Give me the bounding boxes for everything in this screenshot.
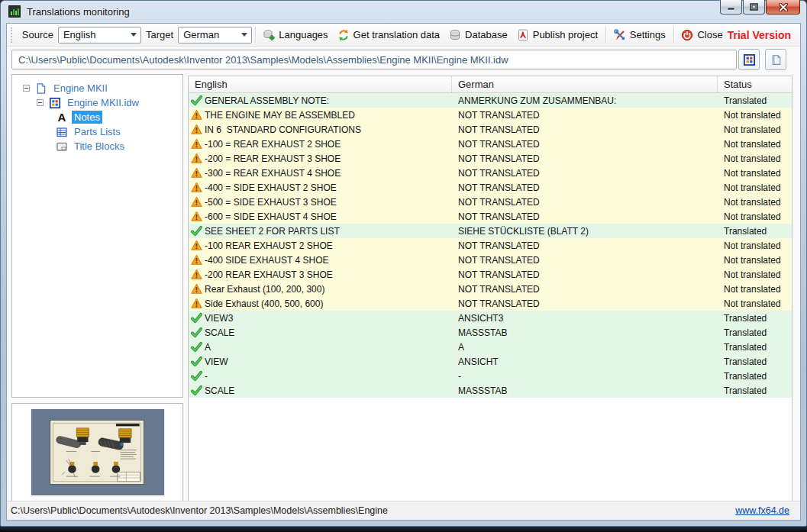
table-row[interactable]: Rear Exhaust (100, 200, 300) NOT TRANSLA… — [189, 282, 792, 296]
german-cell-text: - — [458, 371, 461, 382]
not-translated-warning-icon — [191, 196, 202, 208]
english-cell-text: -600 = SIDE EXHAUST 4 SHOE — [205, 211, 337, 222]
source-language-select[interactable]: English — [58, 27, 141, 44]
english-cell-text: -100 REAR EXHAUST 2 SHOE — [205, 240, 333, 251]
english-cell-text: -400 = SIDE EXHAUST 2 SHOE — [205, 182, 337, 193]
english-cell-text: - — [205, 371, 208, 382]
title-bar[interactable]: Translations monitoring — [0, 0, 807, 23]
publish-project-button[interactable]: Publish project — [512, 26, 602, 44]
table-row[interactable]: SCALE MASSSTAB Translated — [189, 325, 792, 340]
translated-check-icon — [191, 312, 202, 324]
table-row[interactable]: SEE SHEET 2 FOR PARTS LIST SIEHE STÜCKLI… — [189, 224, 792, 238]
german-cell-text: ANSICHT — [458, 356, 499, 367]
source-language-value: English — [59, 29, 127, 40]
german-cell-text: NOT TRANSLATED — [458, 284, 540, 295]
table-row[interactable]: -100 REAR EXHAUST 2 SHOE NOT TRANSLATED … — [189, 238, 792, 253]
english-cell-text: -200 REAR EXHAUST 3 SHOE — [205, 269, 333, 280]
translated-check-icon — [191, 95, 202, 106]
table-row[interactable]: VIEW3 ANSICHT3 Translated — [189, 311, 792, 325]
table-row[interactable]: A A Translated — [189, 340, 792, 354]
not-translated-warning-icon — [191, 211, 202, 222]
toolbar-separator — [605, 27, 606, 44]
app-icon — [8, 5, 21, 18]
column-header-german[interactable]: German — [452, 76, 718, 92]
close-button-label: Close — [697, 29, 722, 40]
chevron-down-icon[interactable] — [127, 27, 140, 43]
window-bottom-shadow — [0, 527, 807, 532]
table-header: English German Status — [189, 76, 792, 93]
table-row[interactable]: VIEW ANSICHT Translated — [189, 354, 792, 369]
english-cell-text: -100 = REAR EXHAUST 2 SHOE — [205, 139, 341, 150]
pdf-icon — [517, 29, 529, 41]
table-row[interactable]: -400 = SIDE EXHAUST 2 SHOE NOT TRANSLATE… — [189, 180, 792, 195]
table-row[interactable]: -600 = SIDE EXHAUST 4 SHOE NOT TRANSLATE… — [189, 209, 792, 224]
not-translated-warning-icon — [191, 153, 202, 164]
components-button[interactable] — [738, 49, 760, 70]
status-path-text: C:\Users\Public\Documents\Autodesk\Inven… — [11, 505, 388, 516]
tree-collapse-icon[interactable] — [37, 99, 44, 106]
maximize-button[interactable] — [743, 0, 765, 15]
table-row[interactable]: GENERAL ASSEMBLY NOTE: ANMERKUNG ZUM ZUS… — [189, 93, 792, 108]
client-area: Source English Target German Languages — [6, 23, 801, 521]
open-file-button[interactable] — [765, 49, 786, 70]
target-language-select[interactable]: German — [178, 27, 251, 44]
trial-version-badge: Trial Version — [728, 29, 791, 41]
website-link[interactable]: www.fx64.de — [735, 505, 789, 516]
table-row[interactable]: -200 = REAR EXHAUST 3 SHOE NOT TRANSLATE… — [189, 151, 792, 166]
table-row[interactable]: -400 SIDE EXHAUST 4 SHOE NOT TRANSLATED … — [189, 253, 792, 267]
languages-button[interactable]: Languages — [258, 26, 332, 44]
table-row[interactable]: -100 = REAR EXHAUST 2 SHOE NOT TRANSLATE… — [189, 137, 792, 151]
close-button[interactable]: Close — [676, 26, 727, 44]
english-cell-text: -400 SIDE EXHAUST 4 SHOE — [205, 255, 329, 266]
toolbar-separator — [255, 27, 256, 44]
close-window-button[interactable] — [766, 0, 800, 15]
not-translated-warning-icon — [191, 240, 202, 251]
database-button[interactable]: Database — [444, 26, 512, 44]
german-cell-text: NOT TRANSLATED — [458, 211, 540, 222]
table-row[interactable]: -200 REAR EXHAUST 3 SHOE NOT TRANSLATED … — [189, 267, 792, 282]
tree-item-title-blocks[interactable]: Title Blocks — [12, 139, 182, 153]
settings-button-label: Settings — [630, 29, 666, 40]
english-cell-text: SEE SHEET 2 FOR PARTS LIST — [205, 226, 340, 237]
not-translated-warning-icon — [191, 138, 202, 150]
status-cell-text: Not translated — [724, 182, 781, 193]
status-cell-text: Not translated — [724, 269, 781, 280]
tree-item-parts-lists[interactable]: Parts Lists — [12, 124, 182, 139]
status-cell-text: Not translated — [724, 298, 781, 309]
status-cell-text: Not translated — [724, 168, 781, 179]
toolbar-grip[interactable] — [11, 27, 13, 43]
german-cell-text: NOT TRANSLATED — [458, 197, 540, 208]
english-cell-text: VIEW — [205, 356, 228, 367]
table-row[interactable]: THE ENGINE MAY BE ASSEMBLED NOT TRANSLAT… — [189, 108, 792, 122]
table-row[interactable]: IN 6 STANDARD CONFIGURATIONS NOT TRANSLA… — [189, 122, 792, 137]
tree-item-engine-mkii[interactable]: Engine MKII — [12, 81, 182, 95]
translated-check-icon — [191, 341, 202, 353]
table-row[interactable]: SCALE MASSSTAB Translated — [189, 383, 792, 398]
tree-item-notes[interactable]: A Notes — [12, 110, 182, 124]
german-cell-text: NOT TRANSLATED — [458, 269, 540, 280]
sync-arrows-icon — [337, 29, 350, 41]
column-header-english[interactable]: English — [189, 76, 452, 92]
minimize-button[interactable] — [720, 0, 742, 15]
document-path-input[interactable] — [11, 50, 737, 69]
english-cell-text: SCALE — [205, 385, 234, 396]
status-cell-text: Not translated — [724, 124, 781, 135]
table-row[interactable]: Side Exhaust (400, 500, 600) NOT TRANSLA… — [189, 296, 792, 311]
table-row[interactable]: -500 = SIDE EXHAUST 3 SHOE NOT TRANSLATE… — [189, 195, 792, 209]
settings-button[interactable]: Settings — [609, 26, 670, 44]
sheet-preview-panel[interactable] — [11, 403, 183, 501]
get-translation-data-button[interactable]: Get translation data — [333, 26, 444, 44]
not-translated-warning-icon — [191, 283, 202, 295]
tree-item-engine-mkii-idw[interactable]: Engine MKII.idw — [12, 95, 182, 110]
german-cell-text: NOT TRANSLATED — [458, 110, 540, 121]
tree-collapse-icon[interactable] — [23, 85, 30, 92]
table-row[interactable]: - - Translated — [189, 369, 792, 383]
german-cell-text: NOT TRANSLATED — [458, 240, 540, 251]
status-cell-text: Not translated — [724, 197, 781, 208]
tree-item-label: Engine MKII — [51, 82, 110, 95]
english-cell-text: GENERAL ASSEMBLY NOTE: — [205, 95, 329, 106]
column-header-status[interactable]: Status — [718, 76, 792, 92]
not-translated-warning-icon — [191, 109, 202, 121]
table-row[interactable]: -300 = REAR EXHAUST 4 SHOE NOT TRANSLATE… — [189, 166, 792, 180]
chevron-down-icon[interactable] — [237, 27, 251, 43]
